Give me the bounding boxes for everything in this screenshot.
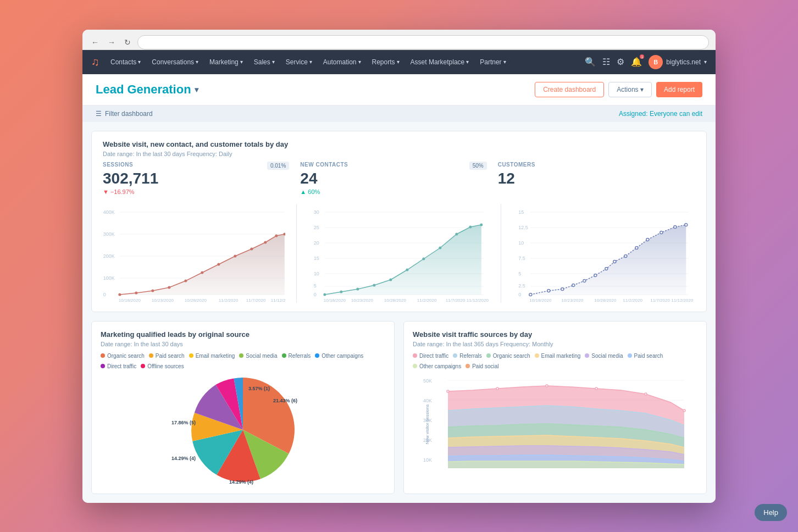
svg-marker-75: [531, 225, 686, 295]
filter-dashboard-button[interactable]: ☰ Filter dashboard: [96, 110, 153, 118]
svg-point-77: [547, 289, 550, 292]
svg-text:11/12/2020: 11/12/2020: [271, 298, 285, 303]
apps-icon[interactable]: ☷: [602, 57, 610, 67]
nav-contacts[interactable]: Contacts ▾: [106, 56, 145, 68]
browser-chrome: ← → ↻: [82, 30, 716, 50]
svg-text:20: 20: [313, 240, 319, 246]
svg-point-85: [635, 246, 638, 249]
nav-partner[interactable]: Partner ▾: [475, 56, 510, 68]
svg-point-45: [340, 290, 342, 293]
svg-text:10/28/2020: 10/28/2020: [185, 298, 207, 303]
new-contacts-label: NEW CONTACTS: [300, 162, 497, 168]
svg-text:10/18/2020: 10/18/2020: [530, 298, 552, 303]
new-contacts-metric: 50% NEW CONTACTS 24 ▲ 60%: [300, 162, 497, 195]
pie-chart-card: Marketing qualified leads by original so…: [91, 321, 395, 494]
svg-text:200K: 200K: [103, 253, 115, 259]
nav-marketing[interactable]: Marketing ▾: [205, 56, 247, 68]
nav-conversations[interactable]: Conversations ▾: [147, 56, 203, 68]
svg-point-88: [674, 225, 677, 228]
dashboard-title: Lead Generation ▾: [96, 82, 198, 97]
legend-dot-organic: [101, 353, 105, 358]
create-dashboard-button[interactable]: Create dashboard: [535, 82, 604, 97]
svg-text:100K: 100K: [103, 275, 115, 281]
nav-asset-marketplace[interactable]: Asset Marketplace ▾: [406, 56, 474, 68]
svg-text:10/28/2020: 10/28/2020: [595, 298, 617, 303]
back-button[interactable]: ←: [89, 37, 101, 48]
svg-point-80: [583, 279, 586, 282]
nav-right: 🔍 ☷ ⚙ 🔔 1 B biglytics.net ▾: [585, 55, 707, 69]
asset-marketplace-chevron: ▾: [466, 59, 469, 65]
help-button[interactable]: Help: [755, 504, 787, 521]
legend-dot-referrals-t: [453, 353, 457, 358]
svg-text:11/2/2020: 11/2/2020: [219, 298, 239, 303]
pie-chart-svg: 21.43% (6) 17.86% (5) 14.29% (4) 14.29% …: [171, 375, 314, 485]
svg-text:14.29% (4): 14.29% (4): [229, 479, 253, 485]
refresh-button[interactable]: ↻: [122, 37, 133, 48]
new-contacts-value: 24: [300, 170, 497, 187]
legend-organic-t: Organic search: [486, 353, 530, 359]
nav-service[interactable]: Service ▾: [281, 56, 317, 68]
sales-chevron: ▾: [272, 59, 275, 65]
svg-point-48: [389, 278, 392, 281]
svg-text:0: 0: [313, 292, 316, 297]
nav-sales[interactable]: Sales ▾: [250, 56, 279, 68]
svg-marker-10: [120, 234, 285, 295]
customers-chart: 15 12.5 10 7.5 5 2.5 0: [501, 204, 706, 303]
legend-dot-paid-t: [628, 353, 632, 358]
nav-automation[interactable]: Automation ▾: [319, 56, 365, 68]
notifications[interactable]: 🔔 1: [631, 57, 642, 67]
settings-icon[interactable]: ⚙: [617, 57, 624, 67]
legend-dot-paid: [149, 353, 153, 358]
address-bar[interactable]: [137, 35, 709, 49]
svg-point-11: [118, 293, 121, 296]
svg-point-78: [561, 287, 564, 290]
new-contacts-badge: 50%: [469, 162, 487, 170]
pie-chart-subtitle: Date range: In the last 30 days: [101, 341, 385, 347]
svg-text:11/12/2020: 11/12/2020: [466, 298, 489, 303]
svg-text:2.5: 2.5: [519, 283, 526, 289]
svg-point-54: [480, 223, 483, 226]
svg-text:400K: 400K: [103, 209, 115, 215]
legend-referrals: Referrals: [282, 353, 311, 359]
hubspot-logo: ♫: [91, 56, 99, 68]
svg-text:30: 30: [313, 209, 319, 215]
sessions-card-title: Website visit, new contact, and customer…: [103, 140, 695, 148]
legend-paid-t: Paid search: [628, 353, 663, 359]
nav-reports[interactable]: Reports ▾: [368, 56, 404, 68]
traffic-card-title: Website visit traffic sources by day: [413, 330, 697, 339]
svg-text:12.5: 12.5: [519, 225, 529, 230]
down-arrow-icon: ▼: [103, 189, 109, 195]
svg-text:5: 5: [313, 283, 316, 289]
customers-metric: CUSTOMERS 12: [498, 162, 695, 195]
user-chevron: ▾: [704, 59, 707, 65]
svg-text:15: 15: [313, 256, 319, 261]
add-report-button[interactable]: Add report: [656, 82, 702, 97]
traffic-legend: Direct traffic Referrals Organic search: [413, 353, 697, 369]
svg-point-114: [546, 385, 548, 387]
search-icon[interactable]: 🔍: [585, 57, 596, 67]
legend-email-marketing: Email marketing: [189, 353, 235, 359]
svg-text:11/7/2020: 11/7/2020: [445, 298, 465, 303]
svg-text:14.29% (4): 14.29% (4): [171, 456, 196, 461]
assigned-value[interactable]: Everyone can edit: [650, 110, 702, 118]
svg-point-115: [595, 387, 597, 390]
actions-button[interactable]: Actions ▾: [608, 82, 652, 97]
svg-point-89: [685, 223, 688, 226]
user-menu[interactable]: B biglytics.net ▾: [649, 55, 707, 69]
dashboard-dropdown[interactable]: ▾: [195, 85, 198, 94]
forward-button[interactable]: →: [106, 37, 118, 48]
pie-chart-legend: Organic search Paid search Email marketi…: [101, 353, 385, 369]
partner-chevron: ▾: [503, 59, 506, 65]
customers-value: 12: [498, 170, 695, 187]
svg-point-117: [683, 409, 685, 412]
legend-other-campaigns: Other campaigns: [315, 353, 363, 359]
svg-point-16: [201, 271, 203, 274]
svg-text:21.43% (6): 21.43% (6): [273, 398, 297, 403]
sessions-card: Website visit, new contact, and customer…: [91, 131, 707, 312]
svg-point-51: [439, 246, 441, 249]
svg-text:5: 5: [519, 271, 522, 276]
svg-point-87: [660, 231, 663, 234]
avatar: B: [649, 55, 663, 69]
svg-text:10/23/2020: 10/23/2020: [152, 298, 174, 303]
svg-text:17.86% (5): 17.86% (5): [171, 420, 196, 425]
